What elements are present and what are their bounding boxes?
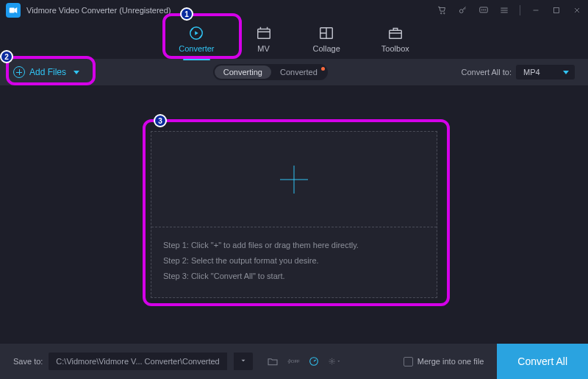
step-text: Step 3: Click "Convert All" to start. xyxy=(163,269,425,284)
collage-icon xyxy=(318,25,334,41)
tab-label: Collage xyxy=(313,44,340,53)
svg-point-5 xyxy=(481,10,482,10)
svg-point-7 xyxy=(485,10,486,10)
big-plus-icon xyxy=(280,166,308,194)
tab-mv[interactable]: MV xyxy=(250,25,278,59)
svg-rect-8 xyxy=(554,8,559,13)
format-select[interactable]: MP4 xyxy=(516,65,575,79)
tab-label: MV xyxy=(257,44,270,53)
add-files-button[interactable]: Add Files xyxy=(13,66,79,78)
merge-checkbox[interactable]: Merge into one file xyxy=(404,357,484,366)
plus-circle-icon xyxy=(13,66,25,78)
svg-point-2 xyxy=(444,13,445,14)
toolbar: Add Files Converting Converted Convert A… xyxy=(0,59,588,85)
high-speed-icon[interactable] xyxy=(307,355,320,368)
minimize-icon[interactable] xyxy=(531,5,541,15)
svg-point-1 xyxy=(440,13,442,14)
tab-collage[interactable]: Collage xyxy=(307,25,346,59)
app-title: Vidmore Video Converter (Unregistered) xyxy=(26,6,171,15)
svg-rect-10 xyxy=(257,29,270,39)
converter-icon xyxy=(188,25,204,41)
app-logo-icon xyxy=(6,3,21,18)
subtab-converted[interactable]: Converted xyxy=(271,65,326,79)
hw-accel-icon[interactable]: OFF xyxy=(287,355,300,368)
add-files-label: Add Files xyxy=(29,67,66,77)
step-text: Step 2: Select the output format you des… xyxy=(163,253,425,269)
svg-point-3 xyxy=(459,10,463,13)
tab-toolbox[interactable]: Toolbox xyxy=(376,25,415,59)
svg-point-14 xyxy=(331,361,333,363)
feedback-icon[interactable] xyxy=(478,5,489,15)
titlebar: Vidmore Video Converter (Unregistered) xyxy=(0,0,588,21)
drop-top[interactable] xyxy=(151,132,437,227)
svg-rect-12 xyxy=(390,30,402,38)
convert-all-to: Convert All to: MP4 xyxy=(462,65,575,79)
convert-all-button[interactable]: Convert All xyxy=(497,344,588,379)
subtab-converting[interactable]: Converting xyxy=(215,65,271,79)
subtabs: Converting Converted xyxy=(213,64,328,80)
save-path-field[interactable]: C:\Vidmore\Vidmore V... Converter\Conver… xyxy=(49,353,226,370)
maximize-icon[interactable] xyxy=(551,5,562,15)
tab-converter[interactable]: Converter xyxy=(173,25,220,59)
svg-rect-0 xyxy=(10,8,15,13)
window-controls xyxy=(437,5,582,15)
open-folder-icon[interactable] xyxy=(266,355,279,368)
cart-icon[interactable] xyxy=(437,5,448,15)
menu-icon[interactable] xyxy=(499,5,509,15)
checkbox-icon xyxy=(404,357,413,366)
main-nav: Converter MV Collage Toolbox xyxy=(0,21,588,59)
mv-icon xyxy=(256,25,272,41)
convert-all-to-label: Convert All to: xyxy=(462,68,512,77)
save-path-dropdown[interactable] xyxy=(233,353,253,370)
close-icon[interactable] xyxy=(572,5,582,15)
save-to-label: Save to: xyxy=(13,357,43,366)
stage: Step 1: Click "+" to add files or drag t… xyxy=(0,85,588,344)
svg-point-6 xyxy=(484,10,484,10)
notification-dot-icon xyxy=(321,67,325,71)
drop-instructions: Step 1: Click "+" to add files or drag t… xyxy=(151,227,437,297)
merge-label: Merge into one file xyxy=(417,357,484,366)
toolbox-icon xyxy=(387,25,404,41)
chevron-down-icon xyxy=(74,71,79,74)
bottom-bar: Save to: C:\Vidmore\Vidmore V... Convert… xyxy=(0,344,588,379)
step-text: Step 1: Click "+" to add files or drag t… xyxy=(163,238,425,253)
key-icon[interactable] xyxy=(458,5,468,15)
settings-gear-icon[interactable] xyxy=(328,355,341,368)
tab-label: Toolbox xyxy=(381,44,409,53)
drop-zone[interactable]: Step 1: Click "+" to add files or drag t… xyxy=(151,131,437,298)
tab-label: Converter xyxy=(179,44,214,53)
